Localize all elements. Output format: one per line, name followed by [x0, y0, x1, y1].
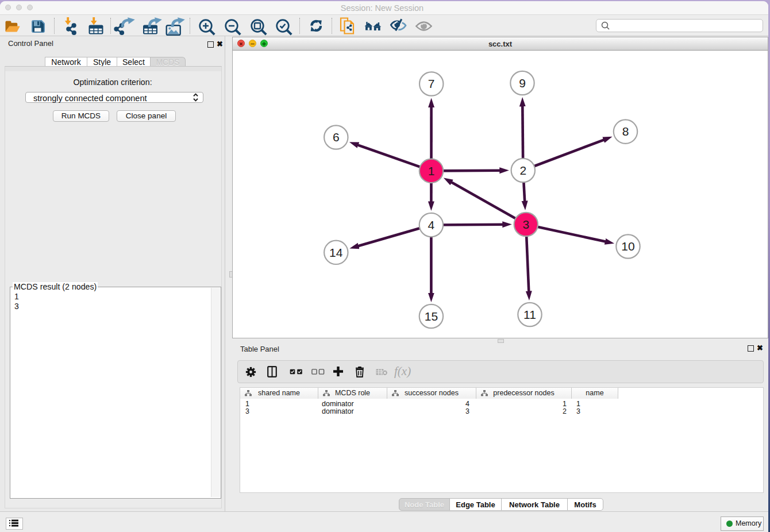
svg-text:2: 2	[519, 164, 526, 177]
svg-text:1: 1	[428, 164, 435, 178]
svg-text:10: 10	[621, 240, 634, 253]
svg-text:7: 7	[428, 77, 435, 90]
svg-text:6: 6	[333, 130, 340, 144]
svg-text:4: 4	[428, 218, 435, 232]
svg-text:3: 3	[522, 218, 529, 231]
svg-text:14: 14	[329, 246, 343, 259]
svg-text:11: 11	[523, 308, 536, 321]
svg-text:8: 8	[622, 125, 629, 138]
svg-text:15: 15	[425, 310, 438, 323]
svg-text:9: 9	[519, 76, 526, 90]
